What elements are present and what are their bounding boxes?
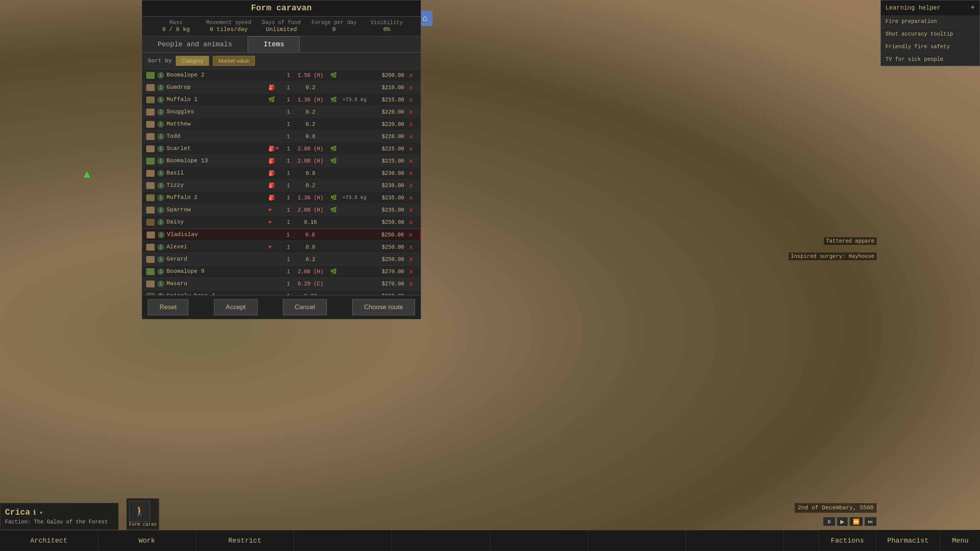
lh-item-1[interactable]: Shot accuracy tooltip xyxy=(881,28,980,41)
row-remove[interactable]: ✕ xyxy=(404,205,418,215)
info-button[interactable]: i xyxy=(157,244,164,251)
pharmacist-button[interactable]: Pharmacist xyxy=(875,530,940,551)
info-button[interactable]: i xyxy=(157,182,164,189)
taskbar-item-6[interactable] xyxy=(588,530,686,551)
list-row[interactable]: i Scarlet 🎒♥ 1 2.08 (H) 🌿 $225.00 ✕ xyxy=(142,143,421,155)
tab-people[interactable]: People and animals xyxy=(142,36,248,52)
row-remove[interactable]: ✕ xyxy=(404,107,418,117)
info-button[interactable]: i xyxy=(158,231,165,238)
row-remove[interactable]: ✕ xyxy=(404,279,418,289)
info-button[interactable]: i xyxy=(157,256,164,263)
list-row[interactable]: i Muffalo 2 🎒 1 1.36 (H) 🌿 +73.5 kg $235… xyxy=(142,192,421,204)
info-button[interactable]: i xyxy=(157,280,164,287)
list-row[interactable]: i Tizzy 🎒 1 0.2 $230.00 ✕ xyxy=(142,179,421,192)
list-row[interactable]: i Sparrow ♥ 1 2.08 (H) 🌿 $235.00 ✕ xyxy=(142,204,421,216)
list-row[interactable]: i Masaru 1 0.29 (C) $270.00 ✕ xyxy=(142,278,421,290)
fastest-button[interactable]: ⏭ xyxy=(864,517,877,526)
list-row[interactable]: i Muffalo 1 🌿 1 1.36 (H) 🌿 +73.5 kg $215… xyxy=(142,94,421,106)
info-button[interactable]: i xyxy=(157,109,164,116)
row-remove[interactable]: ✕ xyxy=(404,95,418,104)
info-button[interactable]: i xyxy=(157,268,164,275)
list-row[interactable]: i Gerard 1 0.2 $250.00 ✕ xyxy=(142,253,421,266)
caravan-list[interactable]: i Boomalope 2 1 1.56 (H) 🌿 $200.00 ✕ i G… xyxy=(142,69,421,295)
list-row[interactable]: i Alexei ♥ 1 0.8 $250.00 ✕ xyxy=(142,241,421,253)
info-button[interactable]: i xyxy=(157,293,164,295)
remove-icon[interactable]: ✕ xyxy=(408,132,413,141)
list-row[interactable]: i Grizzly bear 4 1 0.22 $280.00 ✕ xyxy=(142,290,421,295)
row-remove[interactable]: ✕ xyxy=(404,193,418,202)
taskbar-architect[interactable]: Architect xyxy=(0,530,98,551)
remove-icon[interactable]: ✕ xyxy=(408,218,413,227)
info-button[interactable]: i xyxy=(157,219,164,226)
remove-icon[interactable]: ✕ xyxy=(408,231,413,240)
row-remove[interactable]: ✕ xyxy=(404,168,418,178)
accept-button[interactable]: Accept xyxy=(214,299,258,315)
info-button[interactable]: i xyxy=(157,207,164,214)
taskbar-item-7[interactable] xyxy=(686,530,784,551)
row-remove[interactable]: ✕ xyxy=(404,254,418,264)
row-remove[interactable]: ✕ xyxy=(404,132,418,141)
list-row[interactable]: i Boomalope 13 🎒 1 2.08 (H) 🌿 $225.00 ✕ xyxy=(142,155,421,167)
location-info-icon[interactable]: ℹ ▾ xyxy=(33,509,43,517)
row-remove[interactable]: ✕ xyxy=(404,119,418,129)
choose-route-button[interactable]: Choose route xyxy=(352,299,415,315)
pause-button[interactable]: ⏸ xyxy=(823,517,835,526)
remove-icon[interactable]: ✕ xyxy=(408,120,413,129)
info-button[interactable]: i xyxy=(157,121,164,128)
sort-category-button[interactable]: Category xyxy=(176,56,209,66)
lh-item-3[interactable]: TV for sick people xyxy=(881,53,980,66)
row-remove[interactable]: ✕ xyxy=(404,291,418,295)
lh-item-0[interactable]: Fire preparation xyxy=(881,15,980,28)
learning-helper-add-button[interactable]: + xyxy=(970,3,975,12)
info-button[interactable]: i xyxy=(157,72,164,79)
play-button[interactable]: ▶ xyxy=(837,517,848,526)
row-remove[interactable]: ✕ xyxy=(404,267,418,276)
remove-icon[interactable]: ✕ xyxy=(408,255,413,264)
taskbar-restrict[interactable]: Restrict xyxy=(196,530,294,551)
remove-icon[interactable]: ✕ xyxy=(408,280,413,289)
info-button[interactable]: i xyxy=(157,84,164,91)
row-remove[interactable]: ✕ xyxy=(404,156,418,166)
list-row[interactable]: i Basil 🎒 1 0.8 $230.00 ✕ xyxy=(142,167,421,179)
remove-icon[interactable]: ✕ xyxy=(408,194,413,202)
list-row[interactable]: i Todd 1 0.8 $220.00 ✕ xyxy=(142,130,421,143)
remove-icon[interactable]: ✕ xyxy=(408,157,413,166)
remove-icon[interactable]: ✕ xyxy=(408,206,413,215)
list-row[interactable]: i Vladislav 1 0.8 $250.00 ✕ xyxy=(142,228,421,241)
row-remove[interactable]: ✕ xyxy=(404,144,418,153)
remove-icon[interactable]: ✕ xyxy=(408,71,413,80)
reset-button[interactable]: Reset xyxy=(148,299,188,315)
taskbar-item-4[interactable] xyxy=(392,530,490,551)
remove-icon[interactable]: ✕ xyxy=(408,96,413,104)
list-row[interactable]: i Boomalope 2 1 1.56 (H) 🌿 $200.00 ✕ xyxy=(142,69,421,82)
list-row[interactable]: i Snuggles 1 0.2 $220.00 ✕ xyxy=(142,106,421,118)
taskbar-item-5[interactable] xyxy=(490,530,588,551)
cancel-button[interactable]: Cancel xyxy=(283,299,327,315)
remove-icon[interactable]: ✕ xyxy=(408,292,413,295)
taskbar-item-3[interactable] xyxy=(294,530,392,551)
info-button[interactable]: i xyxy=(157,145,164,152)
info-button[interactable]: i xyxy=(157,133,164,140)
row-remove[interactable]: ✕ xyxy=(404,83,418,92)
taskbar-work[interactable]: Work xyxy=(98,530,196,551)
list-row[interactable]: i Matthew 1 0.2 $220.00 ✕ xyxy=(142,118,421,130)
factions-button[interactable]: Factions xyxy=(819,530,875,551)
remove-icon[interactable]: ✕ xyxy=(408,108,413,117)
remove-icon[interactable]: ✕ xyxy=(408,145,413,153)
row-remove[interactable]: ✕ xyxy=(404,217,418,227)
remove-icon[interactable]: ✕ xyxy=(408,83,413,92)
row-remove[interactable]: ✕ xyxy=(404,70,418,80)
row-remove[interactable]: ✕ xyxy=(404,242,418,252)
list-row[interactable]: i Gumdrop 🎒 1 0.2 $210.00 ✕ xyxy=(142,82,421,94)
info-button[interactable]: i xyxy=(157,194,164,201)
menu-button[interactable]: Menu xyxy=(940,530,980,551)
lh-item-2[interactable]: Friendly fire safety xyxy=(881,41,980,53)
sort-market-button[interactable]: Market value xyxy=(213,56,255,66)
remove-icon[interactable]: ✕ xyxy=(408,267,413,276)
list-row[interactable]: i Daisy ♥ 1 0.16 $250.00 ✕ xyxy=(142,216,421,228)
row-remove[interactable]: ✕ xyxy=(404,181,418,190)
info-button[interactable]: i xyxy=(157,170,164,177)
info-button[interactable]: i xyxy=(157,96,164,103)
info-button[interactable]: i xyxy=(157,158,164,165)
tab-items[interactable]: Items xyxy=(248,36,300,52)
